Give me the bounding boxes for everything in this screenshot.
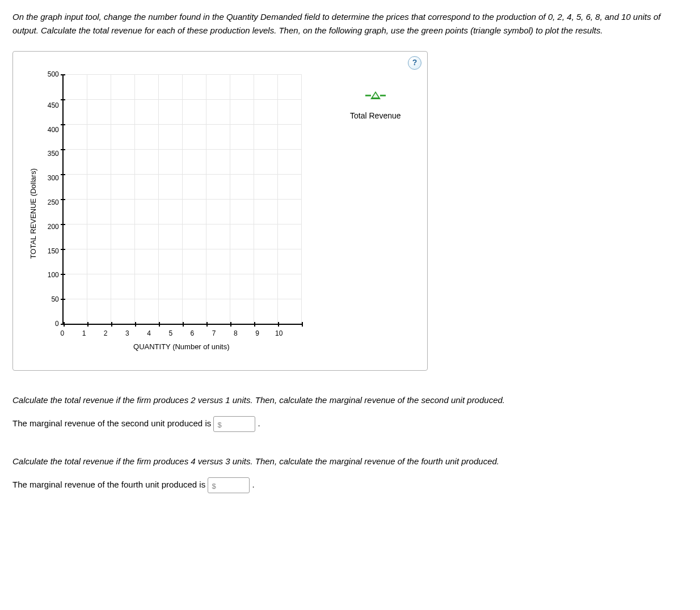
x-tick: 5 <box>160 328 182 339</box>
x-tick: 2 <box>95 328 116 339</box>
q2-answer-line: The marginal revenue of the fourth unit … <box>12 477 688 493</box>
y-tick: 200 <box>48 223 59 230</box>
help-icon[interactable]: ? <box>408 56 421 70</box>
plot-wrap: TOTAL REVENUE (Dollars) 500 450 400 350 … <box>13 52 427 370</box>
currency-icon: $ <box>212 482 216 490</box>
q1-label-post: . <box>258 418 260 428</box>
currency-icon: $ <box>217 421 221 429</box>
y-tick: 350 <box>48 150 59 157</box>
q2-input[interactable] <box>218 481 246 491</box>
q1-label-pre: The marginal revenue of the second unit … <box>12 418 213 428</box>
graph-panel: ? TOTAL REVENUE (Dollars) 500 450 400 35… <box>12 51 428 371</box>
x-axis-label: QUANTITY (Number of units) <box>62 339 301 353</box>
y-tick-labels: 500 450 400 350 300 250 200 150 100 50 0 <box>40 74 62 324</box>
x-tick: 1 <box>73 328 95 339</box>
x-tick: 8 <box>225 328 246 339</box>
q1-input-wrap[interactable]: $ <box>213 416 255 432</box>
question-2: Calculate the total revenue if the firm … <box>12 455 688 493</box>
y-tick: 150 <box>48 248 59 255</box>
y-tick: 400 <box>48 126 59 133</box>
q1-answer-line: The marginal revenue of the second unit … <box>12 416 688 432</box>
plot-area[interactable] <box>62 74 302 325</box>
y-tick: 450 <box>48 102 59 109</box>
q2-label-pre: The marginal revenue of the fourth unit … <box>12 480 208 489</box>
x-tick-labels: 0 1 2 3 4 5 6 7 8 9 10 <box>62 325 301 339</box>
legend: Total Revenue <box>302 74 410 353</box>
y-axis-label: TOTAL REVENUE (Dollars) <box>24 168 40 259</box>
question-1: Calculate the total revenue if the firm … <box>12 393 688 432</box>
y-tick: 250 <box>48 199 59 206</box>
q1-input[interactable] <box>224 420 251 430</box>
instructions-text: On the graph input tool, change the numb… <box>12 10 688 37</box>
x-tick: 3 <box>116 328 138 339</box>
q2-label-post: . <box>252 480 255 489</box>
y-tick: 500 <box>48 71 59 78</box>
triangle-icon <box>365 91 386 99</box>
y-tick-marks <box>61 74 64 324</box>
q2-prompt: Calculate the total revenue if the firm … <box>12 455 688 468</box>
x-tick: 9 <box>246 328 268 339</box>
x-tick: 0 <box>52 328 73 339</box>
x-tick-marks <box>64 324 302 327</box>
y-tick: 0 <box>55 320 59 327</box>
q1-prompt: Calculate the total revenue if the firm … <box>12 393 688 407</box>
y-tick: 50 <box>51 296 58 303</box>
x-tick: 6 <box>182 328 203 339</box>
y-tick: 100 <box>48 272 59 278</box>
legend-label: Total Revenue <box>350 109 401 122</box>
chart-column: 500 450 400 350 300 250 200 150 100 50 0 <box>40 74 302 353</box>
y-tick: 300 <box>48 175 59 181</box>
legend-item-total-revenue[interactable]: Total Revenue <box>341 91 410 122</box>
x-tick: 7 <box>203 328 225 339</box>
q2-input-wrap[interactable]: $ <box>208 477 250 493</box>
x-tick: 4 <box>138 328 159 339</box>
x-tick: 10 <box>268 328 290 339</box>
